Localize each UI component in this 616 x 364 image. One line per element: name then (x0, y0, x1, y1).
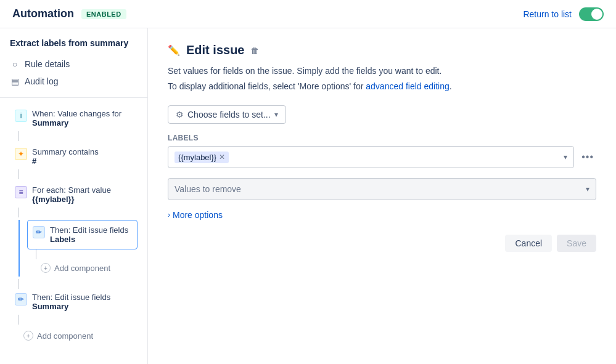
step-action-2: ✏ Then: Edit issue fields Summary (10, 289, 138, 325)
step-condition-row[interactable]: ✦ Summary contains # (10, 144, 138, 169)
footer-actions: Cancel Save (168, 235, 596, 252)
step-action-selected-row[interactable]: ✏ Then: Edit issue fields Labels (27, 220, 138, 249)
add-component-1[interactable]: + Add component (36, 259, 138, 277)
labels-tags: {{mylabel}} ✕ (175, 152, 229, 163)
more-options-chevron-icon: › (168, 211, 170, 219)
action-2-icon: ✏ (15, 293, 27, 305)
document-icon: ▤ (10, 76, 20, 86)
more-options-label: More options (173, 210, 223, 220)
content-header: ✏️ Edit issue 🗑 (168, 43, 596, 57)
sidebar-audit-log-label: Audit log (25, 76, 58, 86)
gear-icon: ⚙ (176, 110, 184, 119)
step-when-label: When: Value changes for (32, 109, 121, 118)
header-right: Return to list (523, 7, 604, 21)
cancel-button[interactable]: Cancel (505, 235, 552, 252)
add-circle-1: + (41, 263, 51, 273)
app-title: Automation (12, 7, 74, 20)
choose-fields-button[interactable]: ⚙ Choose fields to set... ▾ (168, 105, 286, 124)
values-to-remove-placeholder: Values to remove (175, 184, 241, 194)
return-to-list-link[interactable]: Return to list (523, 9, 572, 19)
values-to-remove-section: Values to remove ▾ (168, 178, 596, 200)
add-circle-2: + (23, 331, 33, 341)
step-foreach-label: For each: Smart value (32, 185, 111, 195)
step-connector (18, 131, 19, 141)
sidebar-item-rule-details[interactable]: ○ Rule details (0, 55, 147, 73)
step-action-sub: Labels (50, 235, 128, 244)
step-when: i When: Value changes for Summary (10, 105, 138, 141)
step-foreach-sub: {{mylabel}} (32, 195, 111, 204)
desc-period: . (450, 81, 452, 91)
enabled-toggle[interactable] (579, 7, 604, 21)
more-options-toggle[interactable]: › More options (168, 210, 596, 220)
step-foreach-text: For each: Smart value {{mylabel}} (32, 185, 111, 204)
main-layout: Extract labels from summary ○ Rule detai… (0, 28, 616, 364)
sidebar: Extract labels from summary ○ Rule detai… (0, 28, 148, 364)
content-title: Edit issue (186, 43, 244, 57)
action-selected-icon: ✏ (33, 226, 45, 238)
step-when-sub: Summary (32, 118, 121, 127)
step-action-2-sub: Summary (32, 302, 110, 311)
step-connector-4 (18, 279, 19, 289)
advanced-field-editing-link[interactable]: advanced field editing (366, 81, 449, 91)
workflow-steps: i When: Value changes for Summary ✦ Summ… (0, 105, 147, 344)
info-icon: ○ (10, 59, 20, 69)
nested-connector (36, 249, 36, 259)
rule-title: Extract labels from summary (0, 38, 147, 55)
labels-input[interactable]: {{mylabel}} ✕ ▾ (168, 146, 574, 168)
choose-fields-label: Choose fields to set... (187, 110, 271, 119)
step-action-2-label: Then: Edit issue fields (32, 293, 110, 302)
content-panel: ✏️ Edit issue 🗑 Set values for fields on… (148, 28, 616, 364)
labels-field-label: Labels (168, 134, 596, 142)
step-condition-sub: # (32, 156, 99, 166)
step-when-row[interactable]: i When: Value changes for Summary (10, 105, 138, 131)
step-condition: ✦ Summary contains # (10, 144, 138, 179)
step-foreach-row[interactable]: ≡ For each: Smart value {{mylabel}} (10, 182, 138, 208)
mylabel-tag: {{mylabel}} ✕ (175, 152, 229, 163)
tag-remove-icon[interactable]: ✕ (219, 153, 225, 161)
step-action-2-row[interactable]: ✏ Then: Edit issue fields Summary (10, 289, 138, 315)
values-to-remove-input[interactable]: Values to remove ▾ (168, 178, 596, 200)
step-connector-5 (18, 315, 19, 325)
step-connector-3 (18, 208, 19, 217)
step-action-selected-text: Then: Edit issue fields Labels (50, 225, 128, 244)
step-foreach: ≡ For each: Smart value {{mylabel}} (10, 182, 138, 217)
step-when-text: When: Value changes for Summary (32, 109, 121, 127)
tag-value: {{mylabel}} (178, 153, 216, 162)
choose-fields-chevron-icon: ▾ (274, 110, 278, 119)
step-condition-label: Summary contains (32, 147, 99, 156)
sidebar-rule-details-label: Rule details (25, 59, 70, 69)
step-connector-2 (18, 169, 19, 179)
add-component-1-label: Add component (54, 264, 110, 273)
values-to-remove-chevron-icon: ▾ (586, 185, 589, 193)
enabled-badge: ENABLED (81, 9, 126, 19)
sidebar-divider (0, 97, 147, 98)
labels-field-section: Labels {{mylabel}} ✕ ▾ ••• (168, 134, 596, 168)
labels-chevron-icon: ▾ (564, 153, 567, 161)
desc-line-2: To display additional fields, select 'Mo… (168, 80, 596, 93)
step-condition-text: Summary contains # (32, 147, 99, 166)
labels-more-button[interactable]: ••• (579, 149, 596, 165)
edit-pencil-icon: ✏️ (168, 44, 180, 56)
desc-line-2-text: To display additional fields, select 'Mo… (168, 81, 363, 91)
when-icon: i (15, 110, 27, 122)
sidebar-item-audit-log[interactable]: ▤ Audit log (0, 73, 147, 90)
sidebar-nav: ○ Rule details ▤ Audit log (0, 55, 147, 90)
nested-step-container: ✏ Then: Edit issue fields Labels + Add c… (18, 220, 138, 277)
labels-field-row: {{mylabel}} ✕ ▾ ••• (168, 146, 596, 168)
header-left: Automation ENABLED (12, 7, 126, 20)
add-component-2[interactable]: + Add component (18, 327, 138, 344)
step-action-2-text: Then: Edit issue fields Summary (32, 293, 110, 311)
desc-line-1: Set values for fields on the issue. Simp… (168, 65, 596, 78)
step-action-inner: ✏ Then: Edit issue fields Labels (33, 225, 132, 244)
trash-icon[interactable]: 🗑 (250, 46, 259, 55)
header: Automation ENABLED Return to list (0, 0, 616, 28)
step-action-label: Then: Edit issue fields (50, 225, 128, 235)
foreach-icon: ≡ (15, 186, 27, 198)
condition-icon: ✦ (15, 148, 27, 160)
add-component-2-label: Add component (37, 331, 93, 341)
save-button[interactable]: Save (557, 235, 596, 252)
